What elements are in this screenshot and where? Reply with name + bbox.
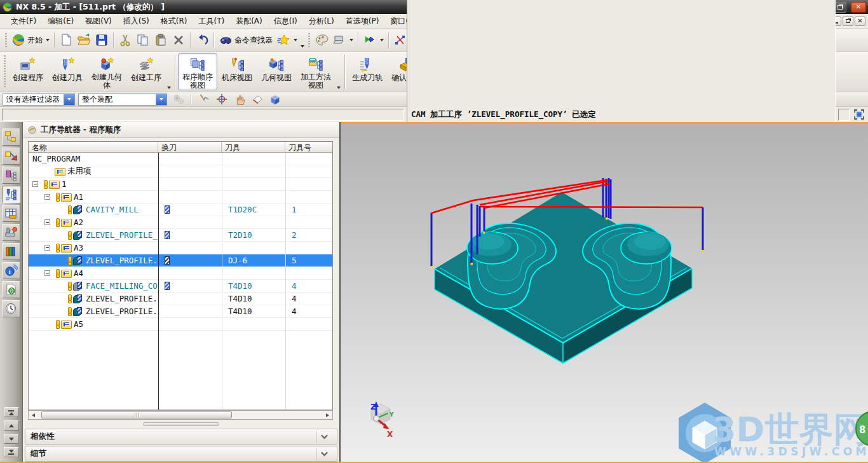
expand-toggle[interactable]: [44, 219, 50, 225]
tree-row[interactable]: ZLEVEL_PROFILE...T4D104: [29, 293, 332, 305]
create-tool-button[interactable]: 创建刀具: [48, 53, 87, 90]
menu-item-preferences[interactable]: 首选项(P): [340, 14, 385, 29]
scroll-right-arrow[interactable]: [323, 411, 332, 419]
sidebar-part-navigator-button[interactable]: [2, 167, 20, 184]
tree-row[interactable]: A2: [29, 216, 332, 229]
tree-row[interactable]: CAVITY_MILLT1D20C1: [29, 204, 332, 216]
tree-row[interactable]: A3: [29, 242, 332, 254]
menu-item-file[interactable]: 文件(F): [5, 14, 42, 29]
generate-toolpath-button[interactable]: 生成刀轨: [348, 53, 387, 90]
gears-button[interactable]: [170, 93, 186, 106]
nx-start-button[interactable]: 开始: [10, 31, 51, 49]
geometry-view-button[interactable]: 几何视图: [257, 53, 296, 90]
selection-filter-combo[interactable]: 没有选择过滤器: [3, 93, 75, 106]
panel-splitter[interactable]: [143, 422, 219, 426]
toolbar-grip[interactable]: [4, 55, 6, 88]
orientation-triad[interactable]: Z Y X: [370, 401, 394, 439]
menu-item-analysis[interactable]: 分析(L): [303, 14, 340, 29]
graphics-viewport[interactable]: Z Y X 3D世界网 WWW.3DSJW.COM 8: [341, 122, 868, 463]
chevron-down-icon[interactable]: [316, 431, 332, 443]
menu-item-format[interactable]: 格式(R): [155, 14, 193, 29]
mdi-restore-button[interactable]: [843, 17, 853, 26]
sidebar-reuse-library-button[interactable]: [2, 205, 20, 222]
sidebar-web-browser-button[interactable]: [2, 281, 20, 298]
create-operation-button[interactable]: 创建工序: [126, 53, 166, 90]
palette-button[interactable]: [313, 31, 330, 49]
expand-toggle[interactable]: [44, 270, 50, 276]
toolbar-overflow-icon[interactable]: [301, 45, 304, 48]
render-button[interactable]: [361, 31, 386, 49]
command-finder-button[interactable]: 命令查找器: [217, 31, 275, 49]
tree-row[interactable]: A5: [29, 318, 332, 331]
tree-row[interactable]: 1: [29, 178, 332, 191]
machine-tool-view-button[interactable]: 机床视图: [217, 53, 257, 90]
chevron-down-icon[interactable]: [64, 94, 74, 105]
tree-row[interactable]: NC_PROGRAM: [29, 153, 332, 165]
menu-item-edit[interactable]: 编辑(E): [42, 14, 79, 29]
open-button[interactable]: [75, 31, 93, 49]
resource-scroll-top-button[interactable]: [4, 407, 19, 417]
sidebar-operation-navigator-button[interactable]: [2, 186, 20, 203]
mdi-close-button[interactable]: ✕: [855, 17, 865, 26]
tree-row[interactable]: ZLEVEL_PROFILE...T4D104: [29, 305, 332, 318]
favorites-button[interactable]: [275, 31, 299, 49]
menu-item-information[interactable]: 信息(I): [268, 14, 303, 29]
horizontal-scrollbar[interactable]: [28, 410, 333, 420]
column-header-tool[interactable]: 刀具: [222, 142, 285, 152]
toolbar-grip[interactable]: [5, 33, 7, 47]
chevron-down-icon[interactable]: [156, 94, 166, 105]
chevron-down-icon[interactable]: [316, 448, 332, 460]
shaded-cube-button[interactable]: [267, 93, 283, 106]
display-button[interactable]: [330, 31, 355, 49]
cut-button[interactable]: [116, 31, 134, 49]
create-program-button[interactable]: 创建程序: [8, 53, 48, 90]
tree-row[interactable]: A1: [29, 191, 332, 204]
column-header-tool-change[interactable]: 换刀: [158, 142, 222, 152]
tree-row[interactable]: ZLEVEL_PROFILE_1T2D102: [29, 229, 332, 242]
menu-item-tools[interactable]: 工具(T): [193, 14, 230, 29]
resource-scroll-down-button[interactable]: [4, 434, 19, 444]
toolbar-overflow-icon[interactable]: [167, 86, 171, 89]
expand-toggle[interactable]: [44, 245, 50, 251]
tree-row[interactable]: 未用项: [29, 165, 332, 178]
column-header-name[interactable]: 名称: [29, 142, 158, 152]
program-order-view-button[interactable]: 程序顺序视图: [178, 53, 217, 90]
delete-button[interactable]: [170, 31, 187, 49]
snap-arrow-button[interactable]: [196, 93, 212, 106]
sidebar-assembly-navigator-button[interactable]: [2, 128, 20, 146]
toolbar-overflow-icon[interactable]: [337, 86, 341, 89]
menu-item-assemblies[interactable]: 装配(A): [230, 14, 268, 29]
save-button[interactable]: [93, 31, 111, 49]
scroll-left-arrow[interactable]: [29, 411, 38, 419]
crosshair-button[interactable]: [214, 93, 229, 106]
menu-item-view[interactable]: 视图(V): [79, 14, 118, 29]
eraser-tool-button[interactable]: [249, 93, 265, 106]
hand-select-button[interactable]: [231, 93, 247, 106]
paste-button[interactable]: [152, 31, 170, 49]
sidebar-machining-wizard-button[interactable]: [2, 224, 20, 241]
new-button[interactable]: [57, 31, 75, 49]
copy-button[interactable]: [134, 31, 152, 49]
fit-view-button[interactable]: [852, 108, 866, 121]
machined-part[interactable]: [435, 192, 692, 363]
tree-row[interactable]: A4: [29, 267, 332, 280]
expand-toggle[interactable]: [32, 181, 38, 187]
tree-row[interactable]: FACE_MILLING_COPYT4D104: [29, 280, 332, 293]
sidebar-history-button[interactable]: [2, 300, 20, 317]
create-geometry-button[interactable]: 创建几何体: [87, 53, 126, 90]
scrollbar-thumb[interactable]: [41, 411, 232, 418]
3d-scene[interactable]: Z Y X 3D世界网 WWW.3DSJW.COM 8: [341, 123, 868, 463]
sidebar-constraint-navigator-button[interactable]: [2, 148, 20, 165]
resource-scroll-bottom-button[interactable]: [4, 447, 19, 457]
details-panel[interactable]: 细节: [25, 446, 337, 462]
close-button[interactable]: ✕: [851, 2, 866, 13]
menu-item-insert[interactable]: 插入(S): [118, 14, 155, 29]
toolbar-grip[interactable]: [308, 33, 310, 47]
resource-scroll-up-button[interactable]: [4, 420, 19, 431]
dependencies-panel[interactable]: 相依性: [25, 429, 337, 445]
column-header-tool-number[interactable]: 刀具号: [285, 142, 332, 152]
column-divider[interactable]: [285, 153, 286, 410]
tree-row[interactable]: ZLEVEL_PROFILE...DJ-65: [29, 254, 332, 267]
undo-button[interactable]: [193, 31, 211, 49]
column-divider[interactable]: [158, 153, 159, 410]
